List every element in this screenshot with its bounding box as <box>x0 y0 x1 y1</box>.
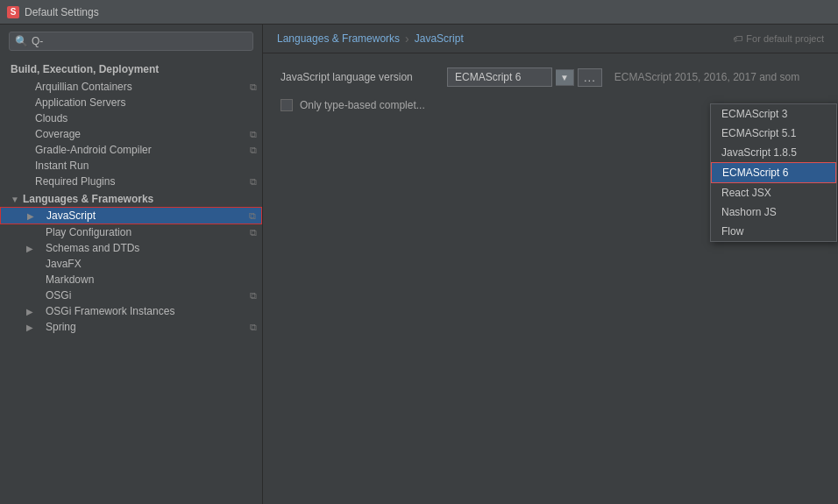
sidebar-content: Build, Execution, Deployment Arquillian … <box>0 58 262 504</box>
sidebar-item-javascript[interactable]: ▶ JavaScript ⧉ <box>0 207 262 224</box>
js-version-dropdown-container: ECMAScript 6 ▼ ... <box>447 67 602 87</box>
markdown-label: Markdown <box>46 273 94 286</box>
more-options-button[interactable]: ... <box>578 68 602 87</box>
copy-icon-arquillian: ⧉ <box>250 82 257 93</box>
type-based-checkbox[interactable] <box>281 99 293 111</box>
osgi-framework-arrow-icon: ▶ <box>26 307 33 316</box>
sidebar-item-required-plugins[interactable]: Required Plugins ⧉ <box>0 174 262 189</box>
dropdown-option-ecma3[interactable]: ECMAScript 3 <box>711 104 836 124</box>
dropdown-option-react-jsx[interactable]: React JSX <box>711 183 836 202</box>
breadcrumb-tag: 🏷 For default project <box>733 33 824 44</box>
spring-label: Spring <box>46 321 76 333</box>
arquillian-label: Arquillian Containers <box>35 81 132 93</box>
languages-arrow-icon: ▼ <box>11 195 19 204</box>
js-version-selected-value: ECMAScript 6 <box>455 71 521 83</box>
window-title: Default Settings <box>25 6 99 18</box>
sidebar-item-spring[interactable]: ▶ Spring ⧉ <box>0 319 262 335</box>
required-plugins-label: Required Plugins <box>35 175 115 188</box>
copy-icon-required-plugins: ⧉ <box>250 176 257 188</box>
dropdown-option-ecma51[interactable]: ECMAScript 5.1 <box>711 124 836 143</box>
sidebar-item-play-configuration[interactable]: Play Configuration ⧉ <box>0 224 262 240</box>
osgi-framework-label: OSGi Framework Instances <box>46 305 174 317</box>
sidebar: 🔍 Build, Execution, Deployment Arquillia… <box>0 25 263 504</box>
schemas-arrow-icon: ▶ <box>26 244 33 253</box>
sidebar-item-gradle[interactable]: Gradle-Android Compiler ⧉ <box>0 142 262 158</box>
sidebar-item-javafx[interactable]: JavaFX <box>0 256 262 272</box>
copy-icon-osgi: ⧉ <box>250 290 257 302</box>
dropdown-arrow-button[interactable]: ▼ <box>556 69 574 86</box>
javascript-arrow-icon: ▶ <box>27 211 34 221</box>
clouds-label: Clouds <box>35 112 67 124</box>
sidebar-item-clouds[interactable]: Clouds <box>0 110 262 126</box>
build-execution-section-header: Build, Execution, Deployment <box>0 58 262 79</box>
search-input[interactable] <box>32 35 247 47</box>
sidebar-item-osgi[interactable]: OSGi ⧉ <box>0 287 262 303</box>
dropdown-menu: ECMAScript 3 ECMAScript 5.1 JavaScript 1… <box>710 103 837 242</box>
title-bar: S Default Settings <box>0 0 838 25</box>
dropdown-option-js185[interactable]: JavaScript 1.8.5 <box>711 143 836 162</box>
search-icon: 🔍 <box>15 35 28 47</box>
setting-description: ECMAScript 2015, 2016, 2017 and som <box>614 71 799 83</box>
osgi-label: OSGi <box>46 289 71 302</box>
copy-icon-javascript: ⧉ <box>249 210 256 222</box>
js-version-dropdown-button[interactable]: ECMAScript 6 <box>447 67 552 87</box>
application-servers-label: Application Servers <box>35 96 125 109</box>
copy-icon-play: ⧉ <box>250 227 257 238</box>
copy-icon-spring: ⧉ <box>250 322 257 333</box>
app-icon: S <box>7 6 19 18</box>
copy-icon-gradle: ⧉ <box>250 145 257 156</box>
languages-frameworks-label: Languages & Frameworks <box>23 193 153 205</box>
dropdown-option-flow[interactable]: Flow <box>711 222 836 241</box>
sidebar-item-osgi-framework[interactable]: ▶ OSGi Framework Instances <box>0 303 262 319</box>
js-version-label: JavaScript language version <box>281 71 438 83</box>
sidebar-item-instant-run[interactable]: Instant Run <box>0 158 262 174</box>
breadcrumb-part-2: JavaScript <box>415 32 464 45</box>
copy-icon-coverage: ⧉ <box>250 129 257 140</box>
sidebar-item-coverage[interactable]: Coverage ⧉ <box>0 126 262 142</box>
gradle-label: Gradle-Android Compiler <box>35 144 152 156</box>
tag-icon: 🏷 <box>733 33 742 44</box>
checkbox-label: Only type-based complet... <box>300 99 425 111</box>
javascript-label: JavaScript <box>46 209 96 222</box>
breadcrumb-part-1[interactable]: Languages & Frameworks <box>277 32 400 45</box>
spring-arrow-icon: ▶ <box>26 323 33 332</box>
sidebar-item-schemas-dtds[interactable]: ▶ Schemas and DTDs <box>0 240 262 256</box>
play-configuration-label: Play Configuration <box>46 226 131 238</box>
breadcrumb-tag-text: For default project <box>746 33 824 44</box>
main-container: 🔍 Build, Execution, Deployment Arquillia… <box>0 25 838 504</box>
breadcrumb: Languages & Frameworks › JavaScript 🏷 Fo… <box>263 25 838 53</box>
coverage-label: Coverage <box>35 128 81 140</box>
breadcrumb-separator: › <box>405 32 409 46</box>
content-area: Languages & Frameworks › JavaScript 🏷 Fo… <box>263 25 838 504</box>
instant-run-label: Instant Run <box>35 160 89 172</box>
schemas-dtds-label: Schemas and DTDs <box>46 242 139 254</box>
sidebar-item-arquillian[interactable]: Arquillian Containers ⧉ <box>0 79 262 95</box>
sidebar-item-application-servers[interactable]: Application Servers <box>0 95 262 110</box>
languages-frameworks-section[interactable]: ▼ Languages & Frameworks <box>0 189 262 207</box>
dropdown-option-nashorn-js[interactable]: Nashorn JS <box>711 202 836 222</box>
js-version-row: JavaScript language version ECMAScript 6… <box>281 67 820 87</box>
dropdown-option-ecma6[interactable]: ECMAScript 6 <box>711 162 836 183</box>
javafx-label: JavaFX <box>46 258 82 270</box>
search-box[interactable]: 🔍 <box>9 32 253 51</box>
sidebar-item-markdown[interactable]: Markdown <box>0 272 262 287</box>
